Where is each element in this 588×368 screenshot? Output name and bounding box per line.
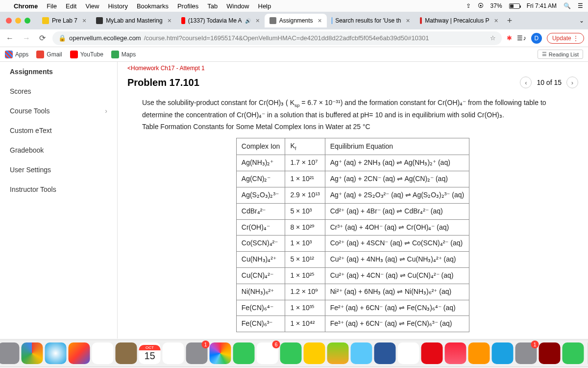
menu-edit[interactable]: Edit bbox=[66, 2, 76, 10]
dock-mail[interactable]: 6 bbox=[257, 342, 278, 364]
close-window-button[interactable] bbox=[6, 18, 12, 24]
app-name[interactable]: Chrome bbox=[14, 2, 38, 10]
back-button[interactable]: ← bbox=[4, 34, 16, 43]
spotlight-icon[interactable]: 🔍 bbox=[564, 2, 571, 9]
cell-eq: Ag⁺ (aq) + 2CN⁻ (aq) ⇌ Ag(CN)₂⁻ (aq) bbox=[325, 171, 469, 187]
problem-panel: <Homework Ch17 - Attempt 1 Problem 17.10… bbox=[118, 62, 588, 339]
dock-reminders[interactable] bbox=[163, 342, 184, 364]
maximize-window-button[interactable] bbox=[24, 18, 30, 24]
dock-weather[interactable] bbox=[351, 342, 372, 364]
dock-appstore[interactable] bbox=[492, 342, 514, 364]
menu-window[interactable]: Window bbox=[226, 2, 249, 10]
sidebar-item-instructor[interactable]: Instructor Tools bbox=[0, 180, 117, 199]
dock-chrome[interactable] bbox=[22, 342, 43, 364]
menu-bookmarks[interactable]: Bookmarks bbox=[137, 2, 169, 10]
cell-eq: Cd²⁺ (aq) + 4Br⁻ (aq) ⇌ CdBr₄²⁻ (aq) bbox=[325, 203, 469, 219]
menu-profiles[interactable]: Profiles bbox=[177, 2, 198, 10]
dock-preview[interactable] bbox=[92, 342, 114, 364]
close-tab-icon[interactable]: × bbox=[256, 17, 260, 25]
dock-screenshot[interactable] bbox=[398, 342, 419, 364]
sidebar-item-scores[interactable]: Scores bbox=[0, 81, 117, 101]
page-indicator: 10 of 15 bbox=[537, 79, 562, 86]
dock-simcity[interactable] bbox=[563, 342, 584, 364]
close-tab-icon[interactable]: × bbox=[318, 17, 322, 25]
reading-list-icon[interactable]: ☰♪ bbox=[517, 34, 526, 42]
reload-button[interactable]: ⟳ bbox=[37, 33, 48, 43]
dock-sysprefs[interactable]: 1 bbox=[186, 342, 208, 364]
next-problem-button[interactable]: › bbox=[566, 77, 578, 88]
control-center-icon[interactable]: ☰ bbox=[578, 2, 583, 9]
minimize-window-button[interactable] bbox=[15, 18, 21, 24]
dock-messages[interactable] bbox=[233, 342, 255, 364]
menu-view[interactable]: View bbox=[85, 2, 99, 10]
sidebar-item-usersettings[interactable]: User Settings bbox=[0, 160, 117, 180]
cal-month: OCT bbox=[139, 345, 161, 350]
forward-button[interactable]: → bbox=[21, 34, 32, 43]
dock-maps[interactable] bbox=[327, 342, 349, 364]
reading-list-label: Reading List bbox=[549, 52, 579, 57]
update-button[interactable]: Update ⋮ bbox=[547, 33, 584, 44]
clock[interactable]: Fri 7:41 AM bbox=[527, 2, 557, 9]
macos-dock: OCT15 1 6 1 bbox=[0, 340, 588, 367]
bookmark-gmail[interactable]: Gmail bbox=[36, 51, 62, 58]
tab-assignments[interactable]: Assignments× bbox=[265, 14, 327, 27]
bookmark-maps[interactable]: Maps bbox=[111, 51, 136, 58]
dock-netflix[interactable] bbox=[421, 342, 443, 364]
tab-strip: Pre Lab 7× MyLab and Mastering× (1337) T… bbox=[0, 12, 588, 29]
dock-game[interactable] bbox=[539, 342, 561, 364]
menu-file[interactable]: File bbox=[47, 2, 57, 10]
close-tab-icon[interactable]: × bbox=[406, 17, 410, 25]
table-row: Co(SCN)₄²⁻1 × 10³Co²⁺ (aq) + 4SCN⁻ (aq) … bbox=[236, 236, 469, 252]
menu-help[interactable]: Help bbox=[258, 2, 271, 10]
dock-books[interactable] bbox=[468, 342, 490, 364]
intro-a: Use the solubility-product constant for … bbox=[142, 99, 294, 106]
bookmark-youtube[interactable]: YouTube bbox=[70, 51, 103, 58]
dock-settings[interactable]: 1 bbox=[515, 342, 537, 364]
wifi-icon[interactable]: ⦿ bbox=[478, 2, 484, 9]
dock-notes[interactable] bbox=[304, 342, 325, 364]
battery-icon[interactable] bbox=[509, 3, 520, 9]
sidebar-item-gradebook[interactable]: Gradebook bbox=[0, 140, 117, 160]
tab-youtube[interactable]: (1337) Todavia Me A🔊× bbox=[176, 14, 265, 27]
th-eq: Equilibrium Equation bbox=[325, 138, 469, 155]
course-sidebar: Assignments Scores Course Tools› Custom … bbox=[0, 62, 118, 339]
bluetooth-icon[interactable]: ⇪ bbox=[466, 2, 471, 9]
sidebar-item-assignments[interactable]: Assignments bbox=[0, 62, 117, 81]
dock-calendar[interactable]: OCT15 bbox=[139, 342, 161, 364]
prev-problem-button[interactable]: ‹ bbox=[520, 77, 532, 88]
sidebar-item-coursetools[interactable]: Course Tools› bbox=[0, 101, 117, 121]
reading-list-button[interactable]: ☰ Reading List bbox=[538, 50, 583, 59]
tab-overflow-icon[interactable]: ⌄ bbox=[579, 17, 584, 24]
dock-photos[interactable] bbox=[210, 342, 231, 364]
new-tab-button[interactable]: + bbox=[503, 16, 516, 26]
menu-history[interactable]: History bbox=[108, 2, 127, 10]
battery-percent: 37% bbox=[490, 2, 502, 9]
dock-launchpad[interactable] bbox=[0, 342, 20, 364]
apps-button[interactable]: Apps bbox=[5, 51, 28, 58]
cell-eq: Co²⁺ (aq) + 4SCN⁻ (aq) ⇌ Co(SCN)₄²⁻ (aq) bbox=[325, 236, 469, 252]
menu-tab[interactable]: Tab bbox=[207, 2, 218, 10]
cell-ion: Ni(NH₃)₆²⁺ bbox=[236, 284, 285, 300]
close-tab-icon[interactable]: × bbox=[168, 17, 172, 25]
dock-gimp[interactable] bbox=[116, 342, 137, 364]
dock-facetime[interactable] bbox=[280, 342, 302, 364]
sidebar-item-etext[interactable]: Custom eText bbox=[0, 121, 117, 140]
breadcrumb[interactable]: <Homework Ch17 - Attempt 1 bbox=[127, 62, 578, 73]
dock-safari[interactable] bbox=[45, 342, 67, 364]
tab-mathway[interactable]: Mathway | Precalculus P× bbox=[415, 14, 503, 27]
macos-menubar: Chrome File Edit View History Bookmarks … bbox=[0, 0, 588, 12]
audio-icon[interactable]: 🔊 bbox=[245, 18, 251, 24]
profile-avatar[interactable]: D bbox=[531, 33, 542, 44]
bookmark-star-icon[interactable]: ☆ bbox=[490, 34, 496, 42]
dock-music[interactable] bbox=[445, 342, 466, 364]
cell-kf: 1 × 10²¹ bbox=[285, 171, 325, 187]
dock-word[interactable] bbox=[374, 342, 396, 364]
tab-mylab[interactable]: MyLab and Mastering× bbox=[91, 14, 176, 27]
close-tab-icon[interactable]: × bbox=[82, 17, 86, 25]
extension-icon[interactable]: ✱ bbox=[507, 34, 512, 42]
dock-firefox[interactable] bbox=[69, 342, 90, 364]
close-tab-icon[interactable]: × bbox=[494, 17, 498, 25]
tab-search[interactable]: Search results for 'Use th× bbox=[327, 14, 415, 27]
address-bar[interactable]: 🔒 openvellum.ecollege.com/course.html?co… bbox=[52, 31, 502, 45]
tab-prelab[interactable]: Pre Lab 7× bbox=[37, 14, 91, 27]
